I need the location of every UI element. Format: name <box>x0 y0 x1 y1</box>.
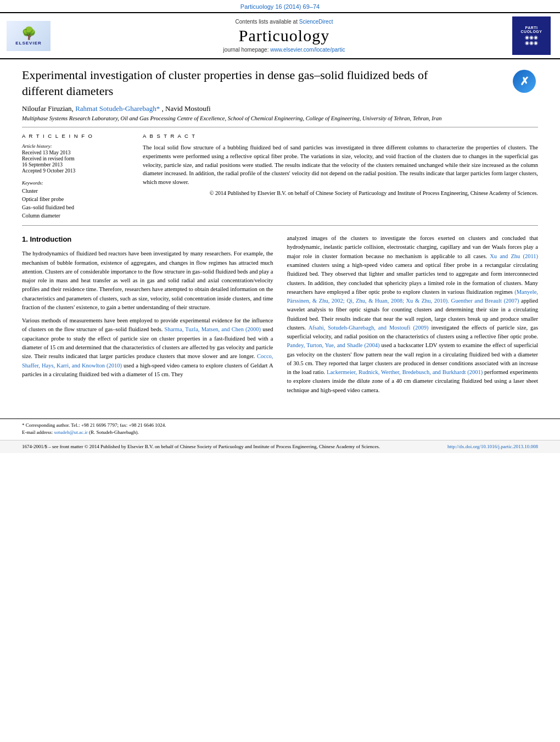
abstract-text: The local solid flow structure of a bubb… <box>143 143 538 187</box>
elsevier-text: ELSEVIER <box>15 41 42 46</box>
email-suffix: (R. Sotudeh-Gharebagh). <box>89 429 139 435</box>
crossmark-badge: ✗ <box>511 68 538 95</box>
keywords-label: Keywords: <box>22 180 132 186</box>
page-wrapper: Particuology 16 (2014) 69–74 🌳 ELSEVIER … <box>0 0 560 742</box>
journal-header: 🌳 ELSEVIER Contents lists available at S… <box>0 13 560 59</box>
sciencedirect-link[interactable]: ScienceDirect <box>299 19 333 25</box>
cite-sharma[interactable]: Sharma, Tuzla, Matsen, and Chen (2000) <box>165 326 261 332</box>
elsevier-logo: 🌳 ELSEVIER <box>7 21 56 51</box>
homepage-line: journal homepage: www.elsevier.com/locat… <box>67 47 501 53</box>
homepage-link[interactable]: www.elsevier.com/locate/partic <box>270 47 345 53</box>
section-title: Introduction <box>30 235 71 243</box>
right-para1: analyzed images of the clusters to inves… <box>287 234 539 395</box>
body-two-col: 1. Introduction The hydrodynamics of flu… <box>22 234 538 399</box>
footnote-star: * Corresponding author. Tel.: +98 21 669… <box>22 422 538 429</box>
intro-para1: The hydrodynamics of fluidized bed react… <box>22 249 273 312</box>
abstract-copyright: © 2014 Published by Elsevier B.V. on beh… <box>143 190 538 196</box>
body-left-col: 1. Introduction The hydrodynamics of flu… <box>22 234 273 399</box>
keywords-section: Keywords: Cluster Optical fiber probe Ga… <box>22 180 132 220</box>
keyword-2: Optical fiber probe <box>22 195 132 203</box>
intro-heading: 1. Introduction <box>22 234 273 245</box>
divider-2 <box>22 225 538 226</box>
particuology-logo-box: PARTICUOLOGY ◉◉◉◉◉◉ <box>512 16 551 55</box>
author-mostoufi: Navid Mostoufi <box>165 104 211 113</box>
cite-xu-zhu[interactable]: Xu and Zhu (2011) <box>490 253 538 259</box>
main-content: Experimental investigation of cluster pr… <box>0 59 560 408</box>
abstract-title: A B S T R A C T <box>143 133 538 139</box>
author-sotudeh[interactable]: Rahmat Sotudeh-Gharebagh* <box>75 104 160 113</box>
footnote-area: * Corresponding author. Tel.: +98 21 669… <box>0 419 560 440</box>
keyword-3: Gas–solid fluidized bed <box>22 203 132 211</box>
abstract-section: A B S T R A C T The local solid flow str… <box>143 133 538 220</box>
doi-link[interactable]: http://dx.doi.org/10.1016/j.partic.2013.… <box>447 444 538 449</box>
email-label: E-mail address: <box>22 429 53 435</box>
cite-pandey[interactable]: Pandey, Turton, Yue, and Shadle (2004) <box>287 342 380 348</box>
authors-line: Niloufar Firuzian, Rahmat Sotudeh-Ghareb… <box>22 104 538 113</box>
revised-label: Received in revised form <box>22 156 132 161</box>
section-number: 1. <box>22 235 28 243</box>
history-label: Article history: <box>22 143 132 149</box>
journal-volume[interactable]: Particuology 16 (2014) 69–74 <box>240 3 320 10</box>
contents-text: Contents lists available at <box>236 19 298 25</box>
crossmark-icon: ✗ <box>513 70 536 93</box>
body-right-col: analyzed images of the clusters to inves… <box>287 234 539 399</box>
cite-guenther[interactable]: Guenther and Breault (2007) <box>451 298 519 304</box>
affiliation: Multiphase Systems Research Laboratory, … <box>22 115 538 121</box>
revised-date: 16 September 2013 <box>22 162 132 168</box>
received-date: Received 13 May 2013 <box>22 150 132 155</box>
article-title: Experimental investigation of cluster pr… <box>22 68 505 99</box>
intro-para2: Various methods of measurements have bee… <box>22 316 273 379</box>
particuology-logo: PARTICUOLOGY ◉◉◉◉◉◉ <box>512 16 553 55</box>
journal-name-display: Particuology <box>67 26 501 45</box>
keyword-4: Column diameter <box>22 211 132 220</box>
cite-afsahi[interactable]: Afsahi, Sotudeh-Gharebagh, and Mostoufi … <box>309 325 429 331</box>
particuology-logo-text: PARTICUOLOGY <box>521 26 542 34</box>
article-info-abstract-section: A R T I C L E I N F O Article history: R… <box>22 133 538 220</box>
divider-1 <box>22 127 538 127</box>
journal-center: Contents lists available at ScienceDirec… <box>56 19 512 53</box>
logo-icon: ◉◉◉◉◉◉ <box>525 35 538 46</box>
author-firuzian: Niloufar Firuzian, <box>22 104 75 113</box>
keyword-1: Cluster <box>22 187 132 195</box>
cite-cocco[interactable]: Cocco, Shaffer, Hays, Karri, and Knowlto… <box>22 353 273 368</box>
article-info-title: A R T I C L E I N F O <box>22 133 132 139</box>
issn-text: 1674-2001/$ – see front matter © 2014 Pu… <box>22 443 380 450</box>
email-value[interactable]: sotudeh@ut.ac.ir <box>54 429 87 435</box>
elsevier-logo-img: 🌳 ELSEVIER <box>7 21 51 51</box>
bottom-bar: 1674-2001/$ – see front matter © 2014 Pu… <box>0 440 560 453</box>
contents-available-line: Contents lists available at ScienceDirec… <box>67 19 501 25</box>
cite-lackermeier[interactable]: Lackermeier, Rudnick, Werther, Bredebusc… <box>327 369 483 375</box>
footnote-email: E-mail address: sotudeh@ut.ac.ir (R. Sot… <box>22 429 538 436</box>
homepage-text: journal homepage: <box>223 47 269 53</box>
body-section: 1. Introduction The hydrodynamics of flu… <box>22 234 538 399</box>
elsevier-tree-icon: 🌳 <box>21 26 36 41</box>
journal-top-bar: Particuology 16 (2014) 69–74 <box>0 0 560 13</box>
accepted-date: Accepted 9 October 2013 <box>22 168 132 174</box>
article-info-column: A R T I C L E I N F O Article history: R… <box>22 133 132 220</box>
